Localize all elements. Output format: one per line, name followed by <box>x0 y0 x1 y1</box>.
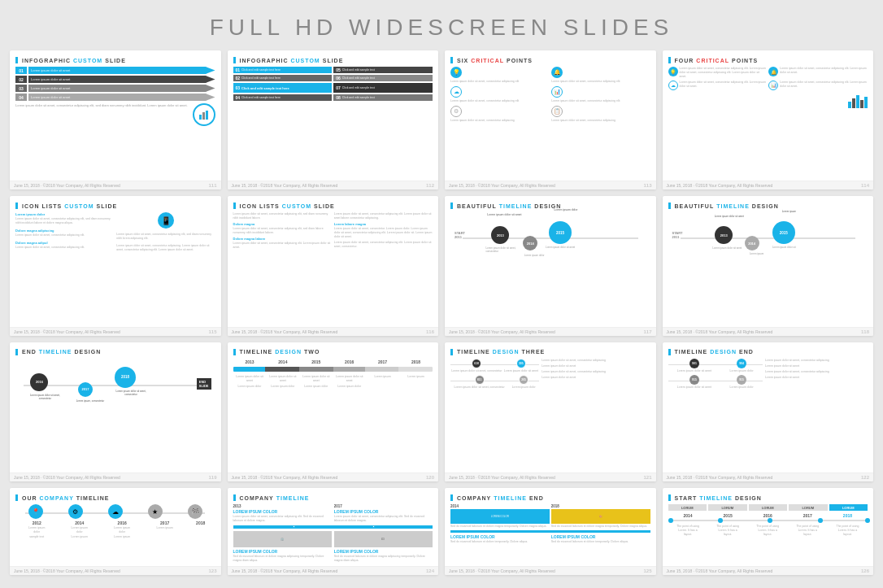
htl-item-2: Lorem ipsum dolor sit amet Lorem ipsum d… <box>268 375 297 389</box>
img-ph-blue: LOREM COLOR <box>450 509 550 524</box>
htl-item-1: Lorem ipsum dolor sit amet Lorem ipsum d… <box>235 375 263 389</box>
phone-icon: 📱 <box>158 212 174 229</box>
critical-item-4: 📊 Lorem ipsum dolor sit amet, consectetu… <box>551 86 650 103</box>
slide-4-title: FOUR CRITICAL POINTS <box>668 57 868 63</box>
critical-item-3: ☁ Lorem ipsum dolor sit amet, consectetu… <box>450 86 549 103</box>
slide-6-title: ICON LISTS CUSTOM SLIDE <box>233 203 433 209</box>
start-tl-visual: LORUM LORUM LORUM LORUM LORUM 2014 2015 … <box>668 504 868 537</box>
slide-3-footer: June 15, 2018 · ©2018 Your Company, All … <box>445 181 656 189</box>
htl-item-6: Lorem ipsum <box>402 375 430 389</box>
slide-16: START TIMELINE DESIGN LORUM LORUM LORUM … <box>663 488 874 575</box>
slide-9-title: END TIMELINE DESIGN <box>15 349 215 355</box>
slide-1-footer: June 15, 2018 · ©2018 Your Company, All … <box>10 181 221 189</box>
slide-12-title: TIMELINE DESIGN END <box>668 349 868 355</box>
page-title: FULL HD WIDESCREEN SLIDES <box>0 0 883 50</box>
info-row-3: 03 Lorem ipsum dolor sit amet <box>15 85 215 92</box>
slide-7-footer: June 15, 2018 · ©2018 Your Company, All … <box>445 327 656 336</box>
click-rows: 01Click and edit sample text here 05Clic… <box>233 67 433 101</box>
timeline-two-visual: 2013 2014 2015 2016 2017 2018 Lorem ipsu… <box>233 359 433 389</box>
svg-rect-2 <box>206 111 208 120</box>
slide-9-footer: June 15, 2018 · ©2018 Your Company, All … <box>10 473 221 481</box>
fc-item-2: 🔔 Lorem ipsum dolor sit amet, consectetu… <box>768 67 868 79</box>
slide-11-title: TIMELINE DESIGN THREE <box>450 349 650 355</box>
icon-col-2: 📱 Lorem ipsum dolor sit amet, consectetu… <box>116 212 215 252</box>
slide-2: INFOGRAPHIC CUSTOM SLIDE 01Click and edi… <box>228 50 439 189</box>
gear-icon-slide: ⚙ <box>68 504 83 519</box>
fc-item-4: 📊 Lorem ipsum dolor sit amet, consectetu… <box>768 81 868 90</box>
flag-icon: 🏁 <box>188 504 202 519</box>
slide-2-footer: June 15, 2018 · ©2018 Your Company, All … <box>228 181 439 189</box>
fc-item-3: ☁ Lorem ipsum dolor sit amet, consectetu… <box>668 81 768 90</box>
slide-4: FOUR CRITICAL POINTS 💡 Lorem ipsum dolor… <box>663 50 874 189</box>
slide-14-title: COMPANY TIMELINE <box>233 494 433 501</box>
slide-10: TIMELINE DESIGN TWO 2013 2014 2015 2016 … <box>228 342 439 481</box>
slide-11: TIMELINE DESIGN THREE 610 Lorem ipsum do… <box>445 342 656 481</box>
slide-8-title: BEAUTIFUL TIMELINE DESIGN <box>668 203 868 209</box>
title-bar-icon <box>15 57 18 63</box>
timeline-visual: START2011 2013 Lorem ipsum dolor sit ame… <box>450 213 650 266</box>
slides-grid: INFOGRAPHIC CUSTOM SLIDE 01 Lorem ipsum … <box>0 50 883 583</box>
critical-item-6: 📋 Lorem ipsum dolor sit amet, consectetu… <box>551 106 650 123</box>
slide-6: ICON LISTS CUSTOM SLIDE Lorem ipsum dolo… <box>228 196 439 335</box>
icon-col-1: Lorem ipsum dolor Lorem ipsum dolor sit … <box>15 212 114 252</box>
critical-item-5: ⚙ Lorem ipsum dolor sit amet, consectetu… <box>450 106 549 123</box>
slide-5-footer: June 15, 2018 · ©2018 Your Company, All … <box>10 327 221 336</box>
critical-item-1: 💡 Lorem ipsum dolor sit amet, consectetu… <box>450 67 549 84</box>
slide-3: SIX CRITICAL POINTS 💡 Lorem ipsum dolor … <box>445 50 656 189</box>
four-critical-grid: 💡 Lorem ipsum dolor sit amet, consectetu… <box>668 67 868 90</box>
company-tl-visual: 📍 ⚙ ☁ ★ 🏁 <box>15 504 215 539</box>
infographic-rows: 01 Lorem ipsum dolor sit amet 02 Lorem i… <box>15 67 215 101</box>
slide-11-footer: June 15, 2018 · ©2018 Your Company, All … <box>445 473 656 481</box>
chart-icon <box>199 110 209 120</box>
slide-13-title: OUR COMPANY TIMELINE <box>15 494 215 501</box>
fc-item-1: 💡 Lorem ipsum dolor sit amet, consectetu… <box>668 67 768 79</box>
img-placeholder-building: 🏢 <box>233 531 332 547</box>
htl-item-3: Lorem ipsum dolor sit amet Lorem ipsum d… <box>302 375 330 389</box>
slide-12: TIMELINE DESIGN END 901 Lorem ipsum dolo… <box>663 342 874 481</box>
slide-1: INFOGRAPHIC CUSTOM SLIDE 01 Lorem ipsum … <box>10 50 221 189</box>
slide-8: BEAUTIFUL TIMELINE DESIGN START2011 2013… <box>663 196 874 335</box>
info-row-4: 04 Lorem ipsum dolor sit amet <box>15 94 215 101</box>
slide-16-footer: June 15, 2018 · ©2018 Your Company, All … <box>663 566 874 575</box>
slide-8-footer: June 15, 2018 · ©2018 Your Company, All … <box>663 327 874 336</box>
htl-item-5: Lorem ipsum <box>368 375 397 389</box>
slide-1-title: INFOGRAPHIC CUSTOM SLIDE <box>15 57 215 63</box>
slide-13-footer: June 15, 2018 · ©2018 Your Company, All … <box>10 566 221 575</box>
img-ph-yellow: 🎨 <box>551 509 650 524</box>
tl3-content: 610 Lorem ipsum dolor sit amet, consecte… <box>450 359 650 390</box>
slide-15-footer: June 15, 2018 · ©2018 Your Company, All … <box>445 566 656 575</box>
critical-item-2: 🔔 Lorem ipsum dolor sit amet, consectetu… <box>551 67 650 84</box>
slide-3-title: SIX CRITICAL POINTS <box>450 57 650 63</box>
end-timeline-visual: 2016 Lorem ipsum dolor sit amet, consect… <box>15 359 215 414</box>
slide-12-footer: June 15, 2018 · ©2018 Your Company, All … <box>663 473 874 481</box>
info-row-2: 02 Lorem ipsum dolor sit amet <box>15 76 215 83</box>
company-tl3-visual: 2014 LOREM COLOR Sed do eiusmod laborum … <box>450 504 650 544</box>
cloud-icon: ☁ <box>108 504 123 519</box>
slide-10-footer: June 15, 2018 · ©2018 Your Company, All … <box>228 473 439 481</box>
timeline-visual-2: START2011 2013 Lorem ipsum dolor sit ame… <box>668 213 868 266</box>
company-tl2-visual: 2013 LOREM IPSUM COLOR Lorem ipsum dolor… <box>233 504 433 563</box>
slide-6-footer: June 15, 2018 · ©2018 Your Company, All … <box>228 327 439 336</box>
slide-7: BEAUTIFUL TIMELINE DESIGN START2011 2013… <box>445 196 656 335</box>
slide-15: COMPANY TIMELINE END 2014 LOREM COLOR Se… <box>445 488 656 575</box>
icon-list-content: Lorem ipsum dolor Lorem ipsum dolor sit … <box>15 212 215 252</box>
slide-9: END TIMELINE DESIGN 2016 Lorem ipsum dol… <box>10 342 221 481</box>
info-row-1: 01 Lorem ipsum dolor sit amet <box>15 67 215 74</box>
bar-chart <box>848 92 868 108</box>
slide-10-title: TIMELINE DESIGN TWO <box>233 349 433 355</box>
star-icon: ★ <box>148 504 163 519</box>
slide-1-bottom: Lorem ipsum dolor sit amet, consectetur … <box>15 103 215 126</box>
icon-list-2-content: Lorem ipsum dolor sit amet, consectetur … <box>233 212 433 249</box>
slide-5: ICON LISTS CUSTOM SLIDE Lorem ipsum dolo… <box>10 196 221 335</box>
svg-rect-0 <box>199 115 202 120</box>
slide-4-footer: June 15, 2018 · ©2018 Your Company, All … <box>663 181 874 189</box>
slide-2-title: INFOGRAPHIC CUSTOM SLIDE <box>233 57 433 63</box>
svg-rect-1 <box>202 112 205 120</box>
critical-grid: 💡 Lorem ipsum dolor sit amet, consectetu… <box>450 67 650 123</box>
map-icon: 📍 <box>28 504 43 519</box>
htl-item-4: Lorem ipsum dolor sit amet Lorem ipsum d… <box>335 375 363 389</box>
slide-13: OUR COMPANY TIMELINE 📍 ⚙ ☁ ★ <box>10 488 221 575</box>
slide-14-footer: June 15, 2018 · ©2018 Your Company, All … <box>228 566 439 575</box>
slide-15-title: COMPANY TIMELINE END <box>450 494 650 501</box>
img-placeholder-photo: 🖼 <box>334 531 433 547</box>
